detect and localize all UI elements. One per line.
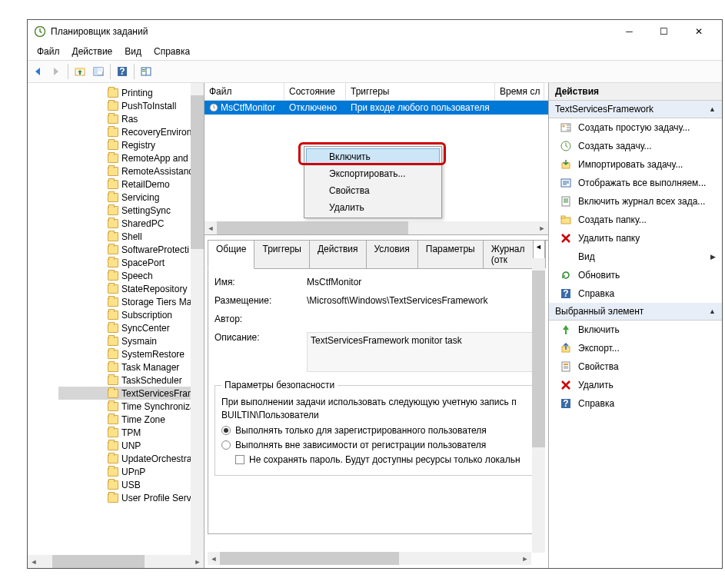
tree-item[interactable]: Servicing <box>58 191 204 204</box>
tree-item[interactable]: User Profile Servi <box>58 491 204 504</box>
action-item[interactable]: Удалить <box>549 376 722 394</box>
action-item[interactable]: Обновить <box>549 266 722 284</box>
tree-item[interactable]: PushToInstall <box>58 99 204 112</box>
help-button[interactable]: ? <box>114 63 131 80</box>
action-item[interactable]: ?Справка <box>549 284 722 303</box>
tree-item[interactable]: RemoteApp and <box>58 151 204 164</box>
tab-general[interactable]: Общие <box>208 240 254 269</box>
export-icon <box>560 342 572 354</box>
tree-item[interactable]: Speech <box>58 269 204 282</box>
tree-item[interactable]: SpacePort <box>58 256 204 269</box>
folder-icon <box>108 167 118 176</box>
label-author: Автор: <box>215 314 307 324</box>
tile-button[interactable] <box>90 63 107 80</box>
radio-whether-or-not[interactable] <box>221 440 231 450</box>
properties-icon <box>560 360 572 373</box>
action-item[interactable]: Включить <box>549 321 722 339</box>
tree-item[interactable]: StateRepository <box>58 282 204 295</box>
tree-item[interactable]: Storage Tiers Ma <box>58 295 204 308</box>
tab-scroll-right[interactable]: ► <box>545 240 548 268</box>
tab-actions[interactable]: Действия <box>309 240 367 268</box>
actions-section1-header[interactable]: TextServicesFramework▲ <box>549 101 722 118</box>
ctx-properties[interactable]: Свойства <box>306 182 440 199</box>
radio-logged-on[interactable] <box>221 426 231 435</box>
tree-item[interactable]: Shell <box>58 230 204 243</box>
tree-item[interactable]: RetailDemo <box>58 178 204 191</box>
detail-scrollbar-v[interactable] <box>532 258 545 553</box>
menu-file[interactable]: Файл <box>31 44 66 59</box>
task-scrollbar-h[interactable]: ◄► <box>205 221 548 234</box>
tree-item[interactable]: Sysmain <box>58 334 204 347</box>
action-item[interactable]: Импортировать задачу... <box>549 155 722 174</box>
tree-scrollbar-h[interactable]: ◄► <box>28 555 204 568</box>
action-item[interactable]: Свойства <box>549 357 722 376</box>
up-button[interactable] <box>72 63 88 80</box>
action-label: Справка <box>578 398 614 409</box>
tree-item[interactable]: SharedPC <box>58 217 204 230</box>
tree-item[interactable]: TextServicesFram <box>58 387 204 400</box>
action-label: Создать простую задачу... <box>578 122 690 133</box>
action-item[interactable]: Включить журнал всех зада... <box>549 192 722 211</box>
tree-item-label: SettingSync <box>121 205 171 216</box>
action-item[interactable]: Вид▶ <box>549 247 722 266</box>
menu-help[interactable]: Справка <box>148 44 196 59</box>
menu-action[interactable]: Действие <box>66 44 119 59</box>
tab-conditions[interactable]: Условия <box>366 240 418 268</box>
tree-item[interactable]: TPM <box>58 426 204 439</box>
enable-log-icon <box>560 195 572 208</box>
ctx-export[interactable]: Экспортировать... <box>306 165 440 182</box>
action-item[interactable]: Создать папку... <box>549 211 722 229</box>
task-row[interactable]: MsCtfMonitor Отключено При входе любого … <box>205 101 548 115</box>
checkbox-no-password[interactable] <box>235 455 244 464</box>
tab-params[interactable]: Параметры <box>417 240 484 268</box>
tree-item[interactable]: Task Manager <box>58 360 204 374</box>
forward-button[interactable] <box>48 63 65 80</box>
tree-item[interactable]: Printing <box>58 86 204 99</box>
col-state[interactable]: Состояние <box>284 83 346 100</box>
back-button[interactable] <box>29 63 46 80</box>
ctx-enable[interactable]: Включить <box>306 148 440 165</box>
ctx-delete[interactable]: Удалить <box>306 199 440 216</box>
detail-scrollbar-h[interactable]: ◄► <box>208 552 531 565</box>
tree-item[interactable]: SoftwareProtecti <box>58 243 204 256</box>
tree-item[interactable]: Time Synchroniza <box>58 400 204 413</box>
tree-item[interactable]: USB <box>58 478 204 491</box>
tab-history[interactable]: Журнал (отк <box>483 240 534 268</box>
tree-item[interactable]: Subscription <box>58 308 204 321</box>
chevron-up-icon: ▲ <box>709 105 716 113</box>
tree-item[interactable]: UNP <box>58 439 204 452</box>
action-item[interactable]: Создать простую задачу... <box>549 118 722 137</box>
tree-item[interactable]: SettingSync <box>58 204 204 217</box>
tree-item[interactable]: UPnP <box>58 465 204 478</box>
action-item[interactable]: Создать задачу... <box>549 137 722 155</box>
tree-item[interactable]: UpdateOrchestra <box>58 452 204 465</box>
action-item[interactable]: Удалить папку <box>549 229 722 247</box>
action-label: Импортировать задачу... <box>578 159 683 170</box>
actions-section2-header[interactable]: Выбранный элемент▲ <box>549 303 722 321</box>
col-file[interactable]: Файл <box>205 83 284 100</box>
action-item[interactable]: ?Справка <box>549 394 722 413</box>
tree-item[interactable]: Registry <box>58 138 204 151</box>
tree-item[interactable]: TaskScheduler <box>58 374 204 387</box>
menu-view[interactable]: Вид <box>118 44 148 59</box>
tree-item-label: Servicing <box>121 192 159 203</box>
tree-item[interactable]: RecoveryEnviron <box>58 125 204 138</box>
action-item[interactable]: Экспорт... <box>549 339 722 357</box>
tree-item[interactable]: Ras <box>58 112 204 125</box>
delete-red-icon <box>560 232 572 244</box>
tree-item[interactable]: RemoteAssistanc <box>58 164 204 178</box>
close-button[interactable]: ✕ <box>681 21 716 42</box>
action-label: Свойства <box>578 361 619 372</box>
tree-item[interactable]: Time Zone <box>58 413 204 426</box>
tree-item[interactable]: SyncCenter <box>58 321 204 334</box>
action-item[interactable]: Отображать все выполняем... <box>549 174 722 192</box>
maximize-button[interactable]: ☐ <box>647 21 681 42</box>
tree-item[interactable]: SystemRestore <box>58 347 204 360</box>
col-time[interactable]: Время сл <box>495 83 544 100</box>
minimize-button[interactable]: ─ <box>612 21 647 42</box>
panes-button[interactable] <box>138 63 155 80</box>
tree-scrollbar-v[interactable] <box>191 83 204 555</box>
col-triggers[interactable]: Триггеры <box>346 83 495 100</box>
svg-text:?: ? <box>563 398 568 409</box>
tab-triggers[interactable]: Триггеры <box>254 240 310 268</box>
